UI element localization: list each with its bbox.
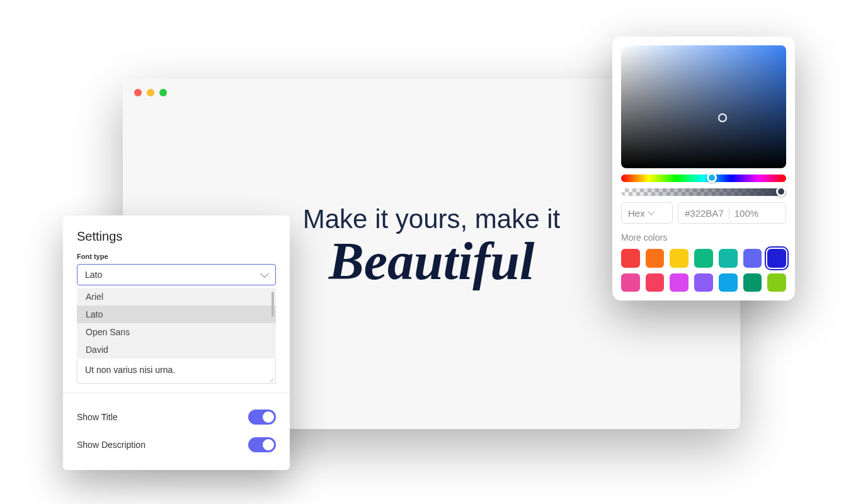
color-swatch-8[interactable] — [646, 273, 665, 292]
hex-value: #322BA7 — [685, 208, 724, 219]
color-swatch-7[interactable] — [621, 273, 640, 292]
settings-panel: Settings Font type Lato Ariel Lato Open … — [63, 215, 290, 470]
alpha-slider-handle[interactable] — [776, 186, 786, 197]
color-picker-cursor-icon[interactable] — [718, 113, 727, 122]
chevron-down-icon — [260, 269, 269, 278]
description-textarea[interactable]: Ut non varius nisi urna. — [77, 358, 276, 384]
hue-slider[interactable] — [621, 175, 786, 182]
color-swatch-13[interactable] — [767, 273, 786, 292]
show-description-label: Show Description — [77, 440, 146, 450]
show-title-label: Show Title — [77, 412, 118, 422]
font-option-david[interactable]: David — [77, 341, 276, 358]
color-swatch-6[interactable] — [767, 249, 786, 268]
font-dropdown-list: Ariel Lato Open Sans David — [77, 288, 276, 358]
hero-emphasis-text: Beautiful — [329, 232, 535, 290]
font-option-ariel[interactable]: Ariel — [77, 288, 276, 306]
close-window-icon[interactable] — [134, 89, 142, 96]
show-title-row: Show Title — [63, 403, 290, 431]
color-swatch-10[interactable] — [694, 273, 713, 292]
dropdown-scrollbar[interactable] — [271, 292, 274, 317]
show-title-toggle[interactable] — [248, 410, 276, 425]
toggle-knob — [263, 411, 274, 423]
settings-title: Settings — [63, 229, 290, 253]
font-option-lato[interactable]: Lato — [77, 306, 276, 323]
color-picker-panel: Hex #322BA7 100% More colors — [612, 37, 795, 301]
color-format-select[interactable]: Hex — [621, 202, 673, 224]
textarea-value: Ut non varius nisi urna. — [85, 365, 175, 375]
font-select-value: Lato — [85, 270, 102, 280]
hex-input[interactable]: #322BA7 100% — [678, 202, 786, 224]
color-swatch-12[interactable] — [743, 273, 762, 292]
toggle-knob — [263, 439, 274, 450]
input-divider — [729, 207, 729, 219]
show-description-toggle[interactable] — [248, 437, 276, 452]
color-swatch-1[interactable] — [646, 249, 665, 268]
color-swatch-3[interactable] — [694, 249, 713, 268]
divider — [63, 392, 290, 393]
color-swatch-2[interactable] — [670, 249, 689, 268]
maximize-window-icon[interactable] — [159, 89, 167, 96]
color-swatch-11[interactable] — [719, 273, 738, 292]
color-format-value: Hex — [628, 208, 645, 219]
color-swatch-9[interactable] — [670, 273, 689, 292]
chevron-down-icon — [648, 208, 654, 215]
minimize-window-icon[interactable] — [147, 89, 154, 96]
font-option-open-sans[interactable]: Open Sans — [77, 323, 276, 341]
font-type-label: Font type — [63, 253, 290, 264]
font-select[interactable]: Lato — [77, 264, 276, 285]
more-colors-label: More colors — [621, 232, 786, 243]
color-swatch-4[interactable] — [719, 249, 738, 268]
color-swatches-grid — [621, 249, 786, 292]
color-saturation-area[interactable] — [621, 45, 786, 168]
color-swatch-0[interactable] — [621, 249, 640, 268]
alpha-value: 100% — [734, 208, 758, 219]
color-input-row: Hex #322BA7 100% — [621, 202, 786, 224]
hero-headline-line2: Beautiful — [329, 231, 535, 292]
show-description-row: Show Description — [63, 431, 290, 459]
color-swatch-5[interactable] — [743, 249, 762, 268]
hue-slider-handle[interactable] — [707, 173, 717, 183]
alpha-slider[interactable] — [621, 188, 786, 196]
resize-handle-icon[interactable] — [268, 375, 274, 382]
